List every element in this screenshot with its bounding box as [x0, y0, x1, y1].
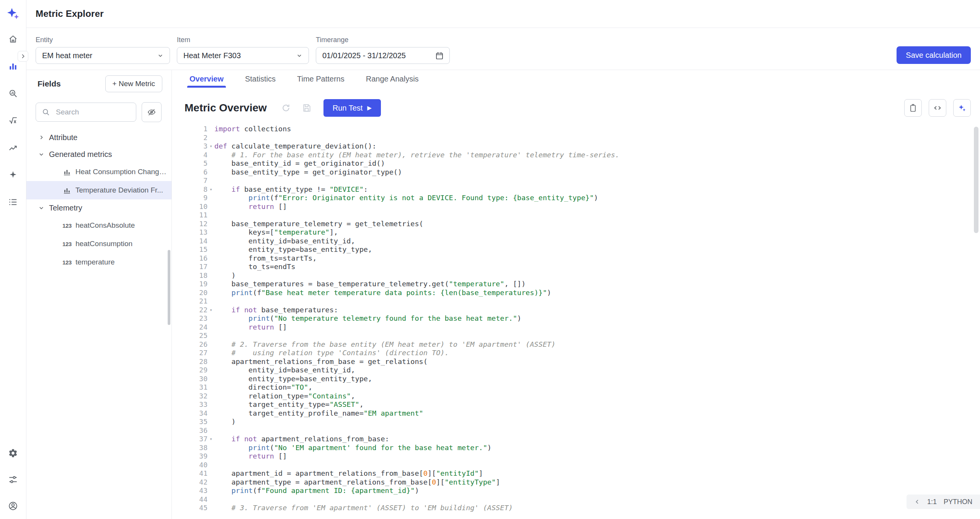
fold-toggle-icon[interactable]: ▾ [207, 185, 214, 194]
ai-assist-button[interactable] [953, 99, 971, 117]
code-line[interactable]: 2 [185, 134, 972, 142]
fold-spacer [207, 331, 214, 340]
line-number: 35 [185, 418, 207, 426]
tree-item-heatconsabsolute[interactable]: 123heatConsAbsolute [26, 216, 172, 235]
code-line[interactable]: 3▾def calculate_temperature_deviation(): [185, 142, 972, 151]
code-line[interactable]: 10 return [] [185, 202, 972, 211]
statusbar-collapse-icon[interactable] [914, 499, 920, 505]
sparkle-icon[interactable] [5, 166, 21, 183]
fold-spacer [207, 400, 214, 409]
home-icon[interactable] [5, 31, 21, 47]
tree-item-heatconsumption[interactable]: 123heatConsumption [26, 235, 172, 253]
code-line[interactable]: 32 relation_type="Contains", [185, 392, 972, 401]
fold-spacer [207, 504, 214, 512]
code-line[interactable]: 40 [185, 461, 972, 470]
settings-icon[interactable] [5, 445, 21, 462]
run-test-button[interactable]: Run Test ▶ [323, 99, 381, 117]
code-view-button[interactable] [929, 99, 946, 117]
line-number: 36 [185, 426, 207, 435]
code-line[interactable]: 26 # 2. Traverse from the base entity (E… [185, 340, 972, 349]
code-line[interactable]: 6 base_entity_type = get_originator_type… [185, 168, 972, 177]
code-line[interactable]: 36 [185, 426, 972, 435]
tab-range-analysis[interactable]: Range Analysis [366, 70, 419, 88]
search-input[interactable] [36, 103, 136, 122]
code-line[interactable]: 1import collections [185, 125, 972, 134]
save-calculation-button[interactable]: Save calculation [897, 46, 971, 64]
code-line[interactable]: 22▾ if not base_temperatures: [185, 306, 972, 315]
account-icon[interactable] [5, 498, 21, 514]
code-line[interactable]: 37▾ if not apartment_relations_from_base… [185, 435, 972, 444]
refresh-button[interactable] [278, 100, 294, 116]
code-line[interactable]: 5 base_entity_id = get_originator_id() [185, 159, 972, 168]
code-line[interactable]: 25 [185, 331, 972, 340]
code-line[interactable]: 39 return [] [185, 452, 972, 461]
code-line[interactable]: 23 print("No temperature telemetry found… [185, 314, 972, 323]
code-line[interactable]: 31 direction="TO", [185, 383, 972, 392]
trend-line-icon[interactable] [5, 139, 21, 156]
code-line[interactable]: 13 keys=["temperature"], [185, 228, 972, 237]
code-line[interactable]: 16 from_ts=startTs, [185, 254, 972, 263]
entity-select[interactable]: EM heat meter [36, 47, 170, 64]
chevron-right-icon [20, 53, 26, 59]
tune-icon[interactable] [5, 471, 21, 488]
code-line[interactable]: 24 return [] [185, 323, 972, 332]
list-icon[interactable] [5, 194, 21, 211]
code-line[interactable]: 30 entity_type=base_entity_type, [185, 375, 972, 384]
tab-statistics[interactable]: Statistics [245, 70, 276, 88]
code-line[interactable]: 45 # 3. Traverse from 'EM apartment' (AS… [185, 504, 972, 512]
tab-time-patterns[interactable]: Time Patterns [297, 70, 345, 88]
search-insights-icon[interactable] [5, 85, 21, 102]
save-draft-button[interactable] [299, 100, 314, 116]
code-text: direction="TO", [214, 383, 312, 392]
fold-spacer [207, 314, 214, 323]
code-line[interactable]: 29 entity_id=base_entity_id, [185, 366, 972, 375]
code-line[interactable]: 43 print(f"Found apartment ID: {apartmen… [185, 486, 972, 495]
code-line[interactable]: 20 print(f"Base heat meter temperature d… [185, 289, 972, 297]
code-line[interactable]: 42 apartment_type = apartment_relations_… [185, 478, 972, 487]
code-line[interactable]: 11 [185, 211, 972, 220]
panel-scrollbar[interactable] [168, 250, 170, 325]
code-line[interactable]: 14 entity_id=base_entity_id, [185, 237, 972, 246]
code-line[interactable]: 12 base_temperature_telemetry = get_tele… [185, 220, 972, 228]
code-line[interactable]: 15 entity_type=base_entity_type, [185, 245, 972, 254]
line-number: 30 [185, 375, 207, 384]
code-line[interactable]: 35 ) [185, 418, 972, 426]
code-line[interactable]: 27 # using relation type 'Contains' (dir… [185, 349, 972, 357]
code-line[interactable]: 19 base_temperatures = base_temperature_… [185, 280, 972, 289]
fold-toggle-icon[interactable]: ▾ [207, 306, 214, 315]
line-number: 34 [185, 409, 207, 418]
hide-fields-button[interactable] [142, 102, 162, 122]
tree-group-telemetry[interactable]: Telemetry [26, 199, 172, 216]
tree-item-heat-consumption-change[interactable]: Heat Consumption Change... [26, 163, 172, 181]
code-line[interactable]: 4 # 1. For the base entity (EM heat mete… [185, 151, 972, 160]
fold-toggle-icon[interactable]: ▾ [207, 142, 214, 151]
code-line[interactable]: 8▾ if base_entity_type != "DEVICE": [185, 185, 972, 194]
tree-item-temperature[interactable]: 123temperature [26, 253, 172, 271]
copy-code-button[interactable] [904, 99, 922, 117]
code-line[interactable]: 9 print(f"Error: Originator entity is no… [185, 194, 972, 202]
new-metric-button[interactable]: + New Metric [105, 75, 162, 92]
code-line[interactable]: 28 apartment_relations_from_base = get_r… [185, 357, 972, 366]
line-number: 44 [185, 495, 207, 504]
code-editor[interactable]: 1import collections23▾def calculate_temp… [172, 124, 980, 519]
tab-overview[interactable]: Overview [189, 70, 224, 88]
tree-group-generated-metrics[interactable]: Generated metrics [26, 146, 172, 163]
code-line[interactable]: 34 target_entity_profile_name="EM apartm… [185, 409, 972, 418]
item-select[interactable]: Heat Meter F303 [177, 47, 309, 64]
code-line[interactable]: 7 [185, 176, 972, 185]
code-line[interactable]: 41 apartment_id = apartment_relations_fr… [185, 469, 972, 478]
code-line[interactable]: 21 [185, 297, 972, 306]
code-line[interactable]: 44 [185, 495, 972, 504]
timerange-input[interactable]: 01/01/2025 - 31/12/2025 [316, 47, 450, 64]
function-sqrt-icon[interactable] [5, 112, 21, 129]
sidebar-expand-button[interactable] [18, 51, 28, 62]
editor-scrollbar[interactable] [974, 127, 978, 233]
code-line[interactable]: 33 target_entity_type="ASSET", [185, 400, 972, 409]
tree-group-attribute[interactable]: Attribute [26, 129, 172, 146]
code-line[interactable]: 17 to_ts=endTs [185, 263, 972, 271]
code-line[interactable]: 38 print("No 'EM apartment' found for th… [185, 444, 972, 452]
code-line[interactable]: 18 ) [185, 271, 972, 280]
tree-item-temperature-deviation-fr[interactable]: Temperature Deviation Fr... [26, 181, 172, 199]
line-number: 42 [185, 478, 207, 487]
fold-toggle-icon[interactable]: ▾ [207, 435, 214, 444]
